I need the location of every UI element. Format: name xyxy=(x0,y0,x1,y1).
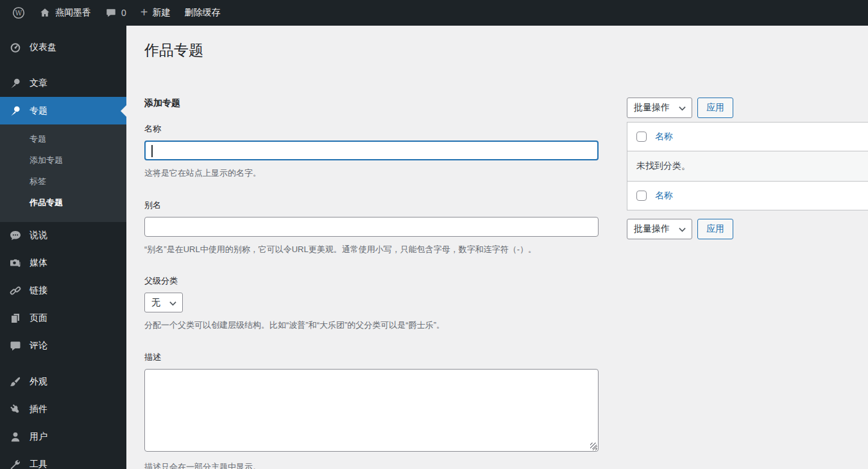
new-content-menu[interactable]: + 新建 xyxy=(133,0,178,26)
dashboard-icon xyxy=(9,41,22,54)
text-caret xyxy=(151,145,153,157)
chat-dots-icon xyxy=(9,229,22,242)
name-column-header[interactable]: 名称 xyxy=(655,131,673,142)
sidebar-item-plugins[interactable]: 插件 xyxy=(0,396,126,423)
sidebar-item-dashboard[interactable]: 仪表盘 xyxy=(0,33,126,61)
wordpress-logo-menu[interactable]: W xyxy=(5,0,32,26)
apply-button[interactable]: 应用 xyxy=(697,219,733,239)
wordpress-logo-icon: W xyxy=(12,6,25,19)
brush-icon xyxy=(9,375,22,388)
submenu-item-work-topics[interactable]: 作品专题 xyxy=(0,192,126,214)
bulk-actions-select[interactable]: 批量操作 xyxy=(627,219,692,239)
sidebar-item-pages[interactable]: 页面 xyxy=(0,305,126,332)
description-field: 描述 描述只会在一部分主题中显示。 xyxy=(144,352,599,469)
user-icon xyxy=(9,431,22,443)
chevron-down-icon xyxy=(169,298,176,308)
bulk-actions-top: 批量操作 应用 xyxy=(627,98,868,118)
sidebar-item-topics[interactable]: 专题 xyxy=(0,97,126,124)
parent-label: 父级分类 xyxy=(144,275,599,287)
bulk-actions-select[interactable]: 批量操作 xyxy=(627,98,692,118)
chevron-down-icon xyxy=(679,103,686,113)
plus-icon: + xyxy=(140,6,148,19)
select-all-checkbox[interactable] xyxy=(636,132,647,142)
comment-count: 0 xyxy=(121,8,126,18)
sidebar-item-label: 说说 xyxy=(30,230,47,241)
sidebar-item-appearance[interactable]: 外观 xyxy=(0,368,126,396)
page-title: 作品专题 xyxy=(144,37,868,64)
sidebar-item-comments[interactable]: 评论 xyxy=(0,332,126,360)
name-label: 名称 xyxy=(144,123,599,135)
sidebar-item-label: 专题 xyxy=(30,105,47,117)
pages-icon xyxy=(9,312,22,325)
media-icon xyxy=(9,257,22,269)
table-header-row: 名称 xyxy=(627,123,868,151)
terms-table: 名称 未找到分类。 名称 xyxy=(627,122,868,210)
comments-menu[interactable]: 0 xyxy=(98,0,133,26)
name-help: 这将是它在站点上显示的名字。 xyxy=(144,166,599,181)
submenu-item-add-topic[interactable]: 添加专题 xyxy=(0,150,126,171)
name-column-footer[interactable]: 名称 xyxy=(655,190,673,201)
terms-list: 批量操作 应用 名称 未找到分类。 名称 xyxy=(627,98,868,469)
pin-icon xyxy=(9,77,22,90)
wrench-icon xyxy=(9,458,22,469)
parent-help: 分配一个父类可以创建层级结构。比如“波普”和“大乐团”的父分类可以是“爵士乐”。 xyxy=(144,318,599,333)
description-textarea[interactable] xyxy=(144,369,599,452)
slug-label: 别名 xyxy=(144,200,599,211)
link-icon xyxy=(9,284,22,297)
pin-icon xyxy=(9,105,22,117)
sidebar-item-tools[interactable]: 工具 xyxy=(0,451,126,469)
menu-separator xyxy=(0,360,126,368)
slug-help: “别名”是在URL中使用的别称，它可以令URL更美观。通常使用小写，只能包含字母… xyxy=(144,243,599,257)
sidebar-item-links[interactable]: 链接 xyxy=(0,277,126,305)
delete-cache-menu[interactable]: 删除缓存 xyxy=(177,0,227,26)
apply-button[interactable]: 应用 xyxy=(697,98,733,118)
bulk-actions-bottom: 批量操作 应用 xyxy=(627,219,868,239)
submenu-item-tags[interactable]: 标签 xyxy=(0,171,126,192)
sidebar-item-users[interactable]: 用户 xyxy=(0,423,126,451)
sidebar-item-label: 媒体 xyxy=(30,257,47,269)
comment-icon xyxy=(9,339,22,352)
slug-input[interactable] xyxy=(144,217,599,237)
home-icon xyxy=(39,7,51,19)
select-all-checkbox[interactable] xyxy=(636,191,647,201)
sidebar-item-label: 用户 xyxy=(30,431,47,443)
sidebar-item-posts[interactable]: 文章 xyxy=(0,69,126,97)
admin-bar: W 燕闻墨香 0 + 新建 删除缓存 xyxy=(0,0,868,26)
table-footer-row: 名称 xyxy=(627,182,868,210)
slug-field: 别名 “别名”是在URL中使用的别称，它可以令URL更美观。通常使用小写，只能包… xyxy=(144,200,599,257)
empty-row: 未找到分类。 xyxy=(627,151,868,182)
form-heading: 添加专题 xyxy=(144,98,599,109)
parent-field: 父级分类 无 分配一个父类可以创建层级结构。比如“波普”和“大乐团”的父分类可以… xyxy=(144,275,599,333)
site-name-menu[interactable]: 燕闻墨香 xyxy=(32,0,98,26)
site-name-label: 燕闻墨香 xyxy=(55,7,91,19)
plugin-icon xyxy=(9,403,22,416)
delete-cache-label: 删除缓存 xyxy=(184,7,220,19)
name-field: 名称 这将是它在站点上显示的名字。 xyxy=(144,123,599,181)
svg-text:W: W xyxy=(15,9,22,17)
description-label: 描述 xyxy=(144,352,599,363)
sidebar-item-label: 插件 xyxy=(30,404,47,415)
sidebar-item-label: 页面 xyxy=(30,312,47,324)
sidebar-item-label: 外观 xyxy=(30,376,47,388)
chevron-down-icon xyxy=(679,224,686,234)
sidebar-item-label: 链接 xyxy=(30,285,47,296)
sidebar-item-shuoshuo[interactable]: 说说 xyxy=(0,222,126,250)
sidebar-item-label: 工具 xyxy=(30,459,47,469)
sidebar-item-media[interactable]: 媒体 xyxy=(0,250,126,277)
name-input[interactable] xyxy=(144,141,599,160)
menu-separator xyxy=(0,61,126,69)
submenu-item-topics[interactable]: 专题 xyxy=(0,129,126,150)
admin-sidebar: 仪表盘 文章 专题 专题 添加专题 标签 作品专题 说说 媒体 链 xyxy=(0,26,126,469)
parent-category-select[interactable]: 无 xyxy=(144,293,183,312)
add-term-form: 添加专题 名称 这将是它在站点上显示的名字。 别名 “别名”是在URL中使用的别… xyxy=(144,98,599,469)
comment-bubble-icon xyxy=(105,7,117,19)
new-content-label: 新建 xyxy=(152,7,170,19)
main-content: 作品专题 添加专题 名称 这将是它在站点上显示的名字。 别名 “别名”是在URL… xyxy=(126,26,868,469)
parent-select-value: 无 xyxy=(151,297,160,309)
description-help: 描述只会在一部分主题中显示。 xyxy=(144,460,599,469)
sidebar-item-label: 文章 xyxy=(30,78,47,89)
topics-submenu: 专题 添加专题 标签 作品专题 xyxy=(0,124,126,222)
sidebar-item-label: 仪表盘 xyxy=(30,42,56,53)
sidebar-item-label: 评论 xyxy=(30,340,47,352)
